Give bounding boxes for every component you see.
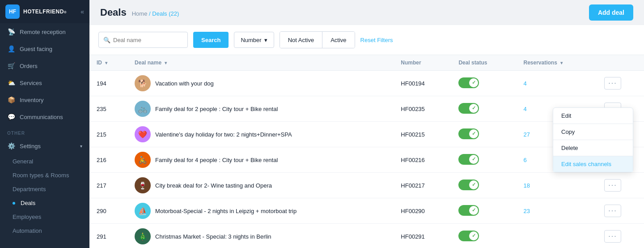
cell-number: HF00215 [394,122,451,147]
deal-name-text: Valentine's day holiday for two: 2 night… [155,131,292,138]
sidebar: HF HOTELFRIEND® « 📡 Remote reception 👤 G… [0,0,89,248]
cell-deal-name: 🐕Vacation with your dog [127,71,394,96]
page-title: Deals [100,7,127,18]
sidebar-item-label: Orders [20,63,38,69]
cell-reservations: 18 [516,173,597,198]
sidebar-sub-room-types[interactable]: Room types & Rooms [0,168,89,182]
deal-status-toggle[interactable]: ✓ [458,231,479,241]
more-actions-button[interactable]: ··· [604,77,621,90]
context-menu-item-copy[interactable]: Copy [553,124,633,140]
remote-reception-icon: 📡 [7,28,15,36]
sidebar-item-remote-reception[interactable]: 📡 Remote reception [0,23,89,40]
reservation-count-link[interactable]: 18 [523,182,530,189]
cell-number: HF00235 [394,96,451,122]
reservation-count-link[interactable]: 23 [523,208,530,214]
sidebar-sub-employees[interactable]: Employees [0,210,89,224]
deal-image: ⛵ [135,203,151,219]
cell-number: HF00291 [394,224,451,248]
active-filter-button[interactable]: Active [322,32,354,48]
more-actions-button[interactable]: ··· [604,205,621,217]
cell-id: 217 [89,173,127,198]
breadcrumb-home[interactable]: Home [132,10,148,17]
cell-reservations [516,224,597,248]
deal-status-toggle[interactable]: ✓ [458,180,479,190]
col-id[interactable]: ID ▾ [89,55,127,71]
col-reservations[interactable]: Reservations ▾ [516,55,597,71]
sidebar-sub-automation[interactable]: Automation [0,224,89,238]
sidebar-sub-general[interactable]: General [0,154,89,168]
search-button[interactable]: Search [193,32,229,48]
reservation-count-link[interactable]: 27 [523,131,530,138]
toggle-knob: ✓ [469,155,478,164]
sidebar-item-label: Communications [20,114,63,120]
search-input[interactable] [113,37,183,43]
check-icon: ✓ [472,80,476,86]
toggle-knob: ✓ [469,104,478,113]
orders-icon: 🛒 [7,62,15,70]
table-row: 217🍷City break deal for 2- Wine tasting … [89,173,644,198]
cell-deal-status: ✓ [451,224,516,248]
reservation-count-link[interactable]: 4 [523,80,526,87]
sidebar-item-label: Remote reception [20,29,66,35]
sidebar-collapse-icon[interactable]: « [80,8,84,15]
cell-number: HF00217 [394,173,451,198]
filters-bar: 🔍 Search Number ▾ Not Active Active Rese… [89,25,644,55]
sidebar-item-orders[interactable]: 🛒 Orders [0,57,89,74]
context-menu-item-edit-sales-channels[interactable]: Edit sales channels [553,156,633,172]
more-actions-button[interactable]: ··· [604,230,621,243]
services-icon: ⛅ [7,79,15,87]
cell-reservations: 23 [516,198,597,224]
logo-icon: HF [5,4,20,19]
context-menu: EditCopyDeleteEdit sales channels [553,107,633,172]
cell-id: 290 [89,198,127,224]
cell-actions: ··· [597,71,644,96]
sidebar-sub-deals[interactable]: Deals [0,196,89,210]
cell-deal-status: ✓ [451,173,516,198]
table-row: 291🎄Christmas Market - Special: 3 nights… [89,224,644,248]
number-dropdown[interactable]: Number ▾ [234,32,274,48]
cell-deal-name: 🚲Family deal for 2 people : City tour + … [127,96,394,122]
context-menu-item-edit[interactable]: Edit [553,108,633,124]
deal-status-toggle[interactable]: ✓ [458,77,479,88]
sidebar-item-guest-facing[interactable]: 👤 Guest facing [0,40,89,57]
sidebar-item-services[interactable]: ⛅ Services [0,74,89,91]
toggle-knob: ✓ [469,129,478,138]
table-row: 194🐕Vacation with your dogHF00194✓4··· [89,71,644,96]
sidebar-item-label: Guest facing [20,46,52,52]
sort-icon: ▾ [560,60,563,65]
sidebar-item-inventory[interactable]: 📦 Inventory [0,91,89,108]
check-icon: ✓ [472,156,476,162]
sidebar-sub-label: Deals [21,200,35,206]
deal-status-toggle[interactable]: ✓ [458,154,479,165]
deal-status-toggle[interactable]: ✓ [458,205,479,216]
deal-status-toggle[interactable]: ✓ [458,103,479,114]
toggle-knob: ✓ [469,180,478,189]
check-icon: ✓ [472,182,476,188]
reset-filters-button[interactable]: Reset Filters [360,37,393,43]
deal-status-toggle[interactable]: ✓ [458,128,479,139]
cell-number: HF00194 [394,71,451,96]
col-deal-name[interactable]: Deal name ▾ [127,55,394,71]
cell-number: HF00290 [394,198,451,224]
cell-actions: ··· [597,198,644,224]
brand-name: HOTELFRIEND® [23,9,67,15]
cell-actions: ··· [597,173,644,198]
col-actions [597,55,644,71]
chevron-down-icon: ▾ [80,144,82,149]
reservation-count-link[interactable]: 4 [523,106,526,112]
sidebar-nav: 📡 Remote reception 👤 Guest facing 🛒 Orde… [0,23,89,248]
sidebar-item-label: Inventory [20,97,43,103]
add-deal-button[interactable]: Add deal [589,4,633,21]
more-actions-button[interactable]: ··· [604,179,621,192]
not-active-filter-button[interactable]: Not Active [280,32,323,48]
sidebar-sub-departments[interactable]: Departments [0,182,89,196]
sidebar-item-communications[interactable]: 💬 Communications [0,108,89,125]
sidebar-item-label: Services [20,80,42,86]
guest-facing-icon: 👤 [7,45,15,53]
cell-actions: ··· [597,224,644,248]
context-menu-item-delete[interactable]: Delete [553,140,633,156]
reservation-count-link[interactable]: 6 [523,157,526,163]
sidebar-logo: HF HOTELFRIEND® [5,4,67,19]
sidebar-item-settings[interactable]: ⚙️ Settings ▾ [0,137,89,154]
col-number: Number [394,55,451,71]
